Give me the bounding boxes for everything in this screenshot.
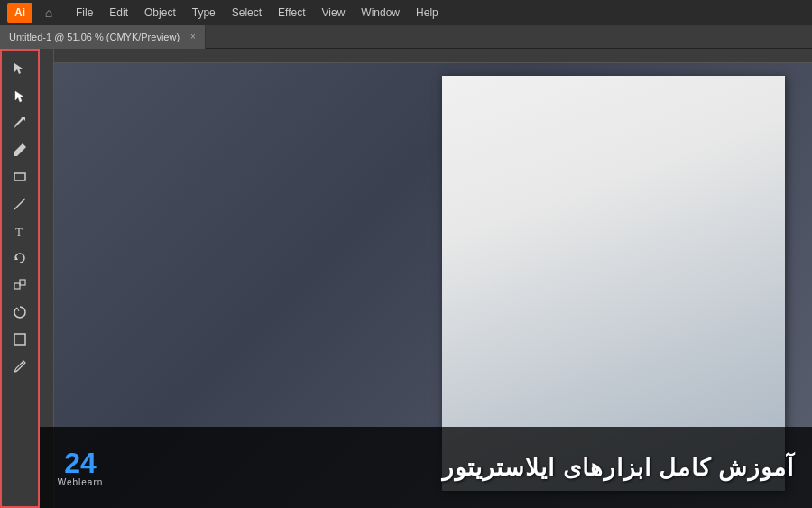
svg-rect-5 (20, 280, 25, 285)
pencil-tool-button[interactable] (5, 137, 35, 162)
watermark-title: آموزش کامل ابزارهای ایلاستریتور (442, 454, 794, 482)
direct-selection-tool-button[interactable] (5, 83, 35, 108)
menu-item-select[interactable]: Select (225, 5, 269, 21)
document-tab[interactable]: Untitled-1 @ 51.06 % (CMYK/Preview) × (0, 25, 206, 49)
menu-item-edit[interactable]: Edit (102, 5, 135, 21)
svg-rect-4 (14, 283, 20, 289)
svg-line-6 (17, 308, 19, 311)
lasso-tool-button[interactable] (5, 300, 35, 325)
watermark-overlay: 24 Weblearn آموزش کامل ابزارهای ایلاستری… (40, 427, 812, 508)
canvas-area[interactable]: 24 Weblearn آموزش کامل ابزارهای ایلاستری… (40, 49, 812, 508)
home-icon[interactable]: ⌂ (38, 3, 60, 23)
scale-tool-button[interactable] (5, 272, 35, 298)
type-tool-button[interactable]: T (5, 218, 35, 244)
logo-24: 24 Weblearn (49, 448, 112, 487)
tabbar: Untitled-1 @ 51.06 % (CMYK/Preview) × (0, 25, 812, 49)
menubar: FileEditObjectTypeSelectEffectViewWindow… (69, 5, 805, 21)
logo-number: 24 (64, 448, 97, 477)
svg-text:T: T (15, 225, 23, 238)
svg-line-1 (14, 199, 25, 209)
menu-item-object[interactable]: Object (137, 5, 183, 21)
menu-item-type[interactable]: Type (185, 5, 223, 21)
line-tool-button[interactable] (5, 191, 35, 217)
menu-item-view[interactable]: View (315, 5, 353, 21)
menu-item-window[interactable]: Window (354, 5, 407, 21)
pen-tool-button[interactable] (5, 110, 35, 135)
menu-item-effect[interactable]: Effect (271, 5, 312, 21)
logo-text: Weblearn (58, 477, 104, 487)
document-area: Untitled-1 @ 51.06 % (CMYK/Preview) × (0, 25, 812, 508)
ruler-top (40, 49, 812, 63)
selection-tool-button[interactable] (5, 56, 35, 81)
svg-line-8 (22, 363, 23, 365)
tab-close-button[interactable]: × (190, 32, 196, 42)
ai-logo-icon: Ai (7, 3, 32, 23)
rectangle-tool-button[interactable] (5, 164, 35, 189)
menu-item-file[interactable]: File (69, 5, 100, 21)
shape-tool-button[interactable] (5, 327, 35, 352)
brush-tool-button[interactable] (5, 354, 35, 379)
tab-title: Untitled-1 @ 51.06 % (CMYK/Preview) (9, 32, 180, 42)
titlebar: Ai ⌂ FileEditObjectTypeSelectEffectViewW… (0, 0, 812, 25)
svg-rect-7 (14, 334, 25, 345)
svg-rect-0 (14, 173, 25, 180)
main-content: T (0, 49, 812, 508)
rotate-tool-button[interactable] (5, 245, 35, 271)
menu-item-help[interactable]: Help (409, 5, 446, 21)
toolbar: T (0, 49, 40, 508)
